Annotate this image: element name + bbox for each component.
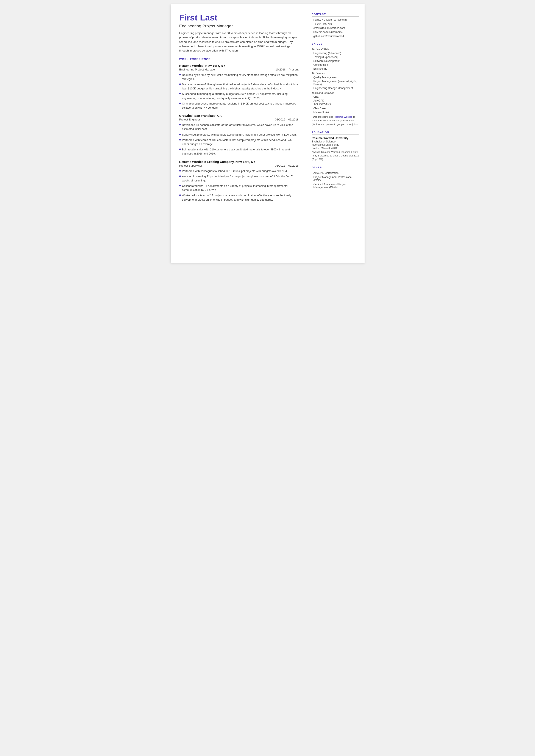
techniques-label: Techniques: (312, 72, 359, 75)
skill-item: · AutoCAD (312, 99, 359, 102)
left-column: First Last Engineering Project Manager E… (171, 4, 306, 263)
skill-item: · Software Development (312, 60, 359, 63)
skill-item: · SOLIDWORKS (312, 103, 359, 106)
job-bullets-3: Partnered with colleagues to schedule 15… (179, 169, 299, 202)
job-bullets-2: Developed 18 economical state-of-the-art… (179, 123, 299, 155)
bullet-icon: · (312, 99, 312, 102)
technical-skills-label: Technical Skills: (312, 48, 359, 51)
skill-item: · Testing (Experienced) (312, 56, 359, 59)
bullet-icon: · (312, 95, 312, 98)
list-item: Partnered with teams of 180 contractors … (179, 138, 299, 146)
bullet-icon (179, 74, 181, 75)
edu-location: Boston, MA — 05/2012 (312, 147, 359, 149)
job-title-row-2: Project Engineer 02/2015 – 09/2018 (179, 118, 299, 121)
list-item: Succeeded in managing a quarterly budget… (179, 92, 299, 100)
skill-item: · ClearCase (312, 107, 359, 110)
skill-item: · Project Management (Waterfall, Agile, … (312, 80, 359, 86)
bullet-icon: · (312, 60, 312, 62)
job-title-row-3: Project Supervisor 06/2012 – 01/2015 (179, 164, 299, 167)
skill-item: · Construction (312, 63, 359, 66)
list-item: Partnered with colleagues to schedule 15… (179, 169, 299, 173)
education-heading: EDUCATION (312, 131, 359, 135)
job-dates-3: 06/2012 – 01/2015 (275, 164, 298, 167)
skill-item: · Quality Management (312, 76, 359, 79)
skills-section: SKILLS Technical Skills: · Engineering (… (312, 42, 359, 126)
list-item: Assisted in creating 32 project designs … (179, 174, 299, 182)
bullet-icon (179, 102, 181, 104)
bullet-icon: · (312, 80, 312, 82)
bullet-icon: · (312, 76, 312, 78)
job-company-3: Resume Worded's Exciting Company, New Yo… (179, 160, 299, 164)
job-company-1: Resume Worded, New York, NY (179, 64, 299, 68)
bullet-icon: · (312, 172, 312, 174)
candidate-title: Engineering Project Manager (179, 24, 299, 28)
other-item-2: · Certified Associate of Project Managem… (312, 183, 359, 189)
bullet-icon (179, 134, 181, 135)
bullet-icon (179, 176, 181, 177)
list-item: Supervised 26 projects with budgets abov… (179, 132, 299, 137)
list-item: Worked with a team of 23 project manager… (179, 193, 299, 202)
bullet-icon (179, 149, 181, 150)
contact-heading: CONTACT (312, 13, 359, 16)
bullet-icon: · (312, 52, 312, 54)
bullet-icon: · (312, 31, 312, 33)
skill-item: · Engineering (Advanced) (312, 52, 359, 55)
job-role-2: Project Engineer (179, 118, 200, 121)
bullet-icon: · (312, 67, 312, 70)
bullet-icon (179, 185, 181, 186)
other-item-0: · AutoCAD Certification. (312, 172, 359, 175)
right-column: CONTACT · Fargo, ND (Open to Remote) · +… (306, 4, 365, 263)
other-item-1: · Project Management Professional (PMP). (312, 176, 359, 182)
bullet-icon (179, 124, 181, 126)
bullet-icon: · (312, 27, 312, 29)
bullet-icon (179, 83, 181, 85)
bullet-icon: · (312, 111, 312, 113)
bullet-icon (179, 194, 181, 196)
contact-section: CONTACT · Fargo, ND (Open to Remote) · +… (312, 13, 359, 38)
bullet-icon: · (312, 35, 312, 38)
edu-awards: Awards: Resume Worded Teaching Fellow (o… (312, 150, 359, 161)
list-item: Managed a team of 19 engineers that deli… (179, 82, 299, 91)
candidate-name: First Last (179, 13, 299, 22)
other-section: OTHER · AutoCAD Certification. · Project… (312, 166, 359, 189)
skills-heading: SKILLS (312, 42, 359, 46)
bullet-icon: · (312, 103, 312, 106)
other-heading: OTHER (312, 166, 359, 170)
list-item: Built relationships with 210 customers t… (179, 147, 299, 155)
work-experience-section: WORK EXPERIENCE Resume Worded, New York,… (179, 58, 299, 202)
job-role-1: Engineering Project Manager (179, 68, 216, 71)
bullet-icon: · (312, 107, 312, 109)
edu-school: Resume Worded University (312, 136, 359, 140)
list-item: Collaborated with 11 departments on a va… (179, 184, 299, 192)
edu-field: Mechanical Engineering (312, 143, 359, 146)
education-section: EDUCATION Resume Worded University Bache… (312, 131, 359, 161)
tools-label: Tools and Software: (312, 91, 359, 95)
bullet-icon (179, 170, 181, 172)
candidate-summary: Engineering project manager with over 8 … (179, 31, 299, 53)
job-company-2: Growthsi, San Francisco, CA (179, 114, 299, 118)
bullet-icon (179, 93, 181, 95)
contact-item-4: · github.com/resumeworded (312, 35, 359, 38)
job-dates-1: 10/2018 – Present (275, 68, 298, 71)
resume-worded-link[interactable]: Resume Worded (334, 116, 352, 118)
list-item: Developed 18 economical state-of-the-art… (179, 123, 299, 131)
contact-item-1: · +1-234-456-789 (312, 22, 359, 25)
bullet-icon: · (312, 116, 312, 118)
job-block-3: Resume Worded's Exciting Company, New Yo… (179, 160, 299, 202)
job-role-3: Project Supervisor (179, 164, 202, 167)
bullet-icon: · (312, 176, 312, 178)
job-dates-2: 02/2015 – 09/2018 (275, 118, 298, 121)
skill-item: · Engineering (312, 67, 359, 70)
skill-item: · Microsoft Visio (312, 111, 359, 114)
job-block-2: Growthsi, San Francisco, CA Project Engi… (179, 114, 299, 155)
bullet-icon: · (312, 18, 312, 21)
bullet-icon: · (312, 183, 312, 185)
contact-item-3: · linkedin.com/in/username (312, 31, 359, 34)
job-block-1: Resume Worded, New York, NY Engineering … (179, 64, 299, 110)
list-item: Reduced cycle time by 76% while maintain… (179, 73, 299, 81)
skill-item: · Engineering Change Management (312, 87, 359, 90)
skill-item: · Unix (312, 95, 359, 98)
bullet-icon: · (312, 23, 312, 25)
bullet-icon: · (312, 63, 312, 66)
edu-degree: Bachelor of Science (312, 140, 359, 143)
